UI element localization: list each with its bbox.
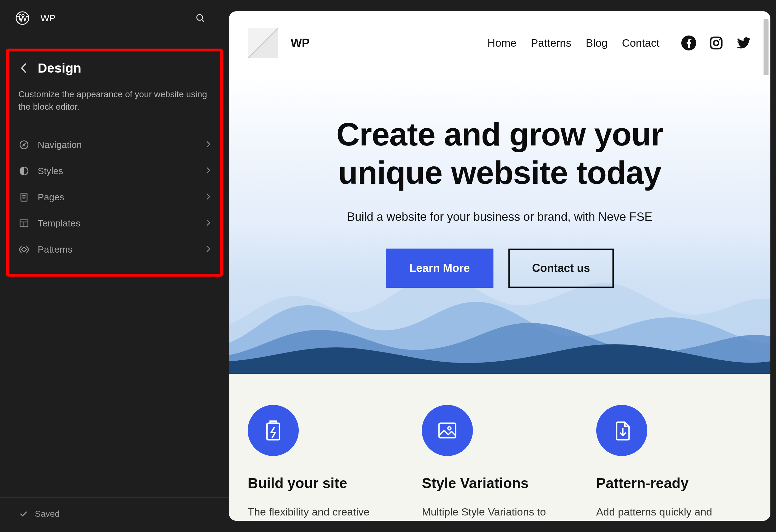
menu-label: Styles xyxy=(38,166,198,176)
panel-header: Design xyxy=(18,61,211,76)
chevron-right-icon xyxy=(206,193,211,201)
menu-item-templates[interactable]: Templates xyxy=(18,210,211,236)
layout-icon xyxy=(18,218,30,229)
hero-section: Create and grow your unique website toda… xyxy=(229,75,770,374)
design-panel-highlight: Design Customize the appearance of your … xyxy=(6,48,223,277)
menu-label: Pages xyxy=(38,192,198,202)
menu-item-navigation[interactable]: Navigation xyxy=(18,132,211,158)
site-name[interactable]: WP xyxy=(40,13,55,23)
feature-title: Style Variations xyxy=(422,475,577,492)
feature-desc: Multiple Style Variations to xyxy=(422,504,577,520)
instagram-icon[interactable] xyxy=(709,35,724,50)
panel-description: Customize the appearance of your website… xyxy=(18,88,211,113)
chevron-right-icon xyxy=(206,167,211,175)
download-page-icon xyxy=(596,405,647,456)
check-icon xyxy=(19,509,28,519)
cta-contact-us[interactable]: Contact us xyxy=(509,248,614,288)
preview-container: WP Home Patterns Blog Contact xyxy=(229,0,776,532)
feature-patterns: Pattern-ready Add patterns quickly and xyxy=(596,405,752,520)
menu-item-pages[interactable]: Pages xyxy=(18,184,211,210)
menu-item-patterns[interactable]: Patterns xyxy=(18,236,211,262)
feature-title: Build your site xyxy=(248,475,403,492)
svg-rect-5 xyxy=(20,220,28,227)
hero-headline-line2: unique website today xyxy=(338,155,661,191)
editor-sidebar: WP Design Customize the appearance of yo… xyxy=(0,0,229,532)
chevron-right-icon xyxy=(206,219,211,228)
menu-label: Patterns xyxy=(38,244,198,255)
panel-title: Design xyxy=(38,61,81,76)
twitter-icon[interactable] xyxy=(736,35,751,50)
menu-label: Templates xyxy=(38,218,198,229)
social-icons xyxy=(681,35,751,50)
nav-link-patterns[interactable]: Patterns xyxy=(531,37,571,49)
compass-icon xyxy=(18,139,30,150)
chevron-left-icon xyxy=(20,63,27,73)
saved-label: Saved xyxy=(35,509,59,519)
hero-headline: Create and grow your unique website toda… xyxy=(229,115,770,192)
primary-nav: Home Patterns Blog Contact xyxy=(488,35,751,50)
svg-rect-6 xyxy=(21,247,26,252)
feature-build: Build your site The flexibility and crea… xyxy=(248,405,403,520)
facebook-icon[interactable] xyxy=(681,35,696,50)
hero-buttons: Learn More Contact us xyxy=(229,248,770,288)
battery-icon xyxy=(248,405,299,456)
menu-label: Navigation xyxy=(38,140,198,150)
patterns-icon xyxy=(18,244,30,255)
sidebar-header: WP xyxy=(0,0,229,36)
site-logo-placeholder[interactable] xyxy=(248,28,278,58)
search-button[interactable] xyxy=(193,11,207,25)
chevron-right-icon xyxy=(206,245,211,254)
nav-link-home[interactable]: Home xyxy=(488,37,517,49)
feature-desc: Add patterns quickly and xyxy=(596,504,752,520)
feature-styles: Style Variations Multiple Style Variatio… xyxy=(422,405,577,520)
contrast-icon xyxy=(18,165,30,177)
image-icon xyxy=(422,405,473,456)
cta-learn-more[interactable]: Learn More xyxy=(386,248,494,288)
svg-point-2 xyxy=(20,141,28,149)
nav-link-blog[interactable]: Blog xyxy=(586,37,607,49)
save-status: Saved xyxy=(0,497,229,532)
nav-link-contact[interactable]: Contact xyxy=(622,37,659,49)
hero-headline-line1: Create and grow your xyxy=(336,116,663,152)
feature-title: Pattern-ready xyxy=(596,475,752,492)
svg-rect-11 xyxy=(267,423,279,440)
hero-subhead: Build a website for your business or bra… xyxy=(229,210,770,224)
search-icon xyxy=(195,13,206,23)
svg-point-13 xyxy=(448,427,451,430)
page-icon xyxy=(18,192,30,203)
preview-header: WP Home Patterns Blog Contact xyxy=(229,11,770,75)
menu-item-styles[interactable]: Styles xyxy=(18,158,211,184)
svg-rect-12 xyxy=(439,423,456,438)
feature-desc: The flexibility and creative xyxy=(248,504,403,520)
site-preview[interactable]: WP Home Patterns Blog Contact xyxy=(229,11,770,521)
chevron-right-icon xyxy=(206,141,211,149)
wordpress-logo-icon[interactable] xyxy=(16,11,29,25)
back-button[interactable] xyxy=(18,63,28,73)
preview-site-title[interactable]: WP xyxy=(290,36,310,50)
svg-point-10 xyxy=(719,39,721,40)
svg-point-9 xyxy=(714,40,719,45)
features-section: Build your site The flexibility and crea… xyxy=(229,374,770,521)
